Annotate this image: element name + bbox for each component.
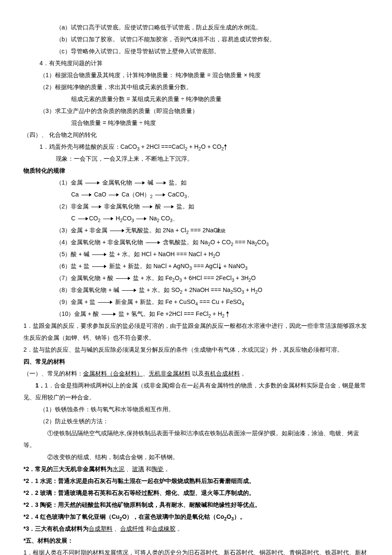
transformation-rule: （7）金属氧化物 + 酸 盐 + 水。如 Fe2O3 + 6HCl === 2F… [23, 272, 369, 284]
arrow-right-icon [98, 300, 112, 304]
text-line: （3）求工业产品中的含杂质的物质的质量（即混合物质量） [23, 105, 369, 117]
text-line: （1）根据混合物质量及其纯度，计算纯净物质量： 纯净物质量 = 混合物质量 × … [23, 69, 369, 81]
equation-line: 1．鸡蛋外壳与稀盐酸的反应：CaCO3 + 2HCl ===CaCl2 + H2… [23, 141, 369, 153]
transformation-rule: （2）非金属 非金属氧化物 酸 盐。如 [23, 200, 369, 212]
text-line: 4．有关纯度问题的计算 [23, 57, 369, 69]
gas-up-arrow-icon [226, 311, 229, 317]
precipitate-down-arrow-icon [218, 263, 222, 269]
text-line: （2）根据纯净物的质量，求出其中组成元素的质量分数。 [23, 81, 369, 93]
arrow-right-icon [122, 288, 136, 292]
text-line: （四）、 化合物之间的转化 [23, 129, 369, 141]
arrow-right-icon [101, 312, 116, 316]
arrow-right-icon [85, 181, 100, 185]
equation-line: Ca CaO Ca（OH）2 CaCO3、 [23, 188, 369, 200]
text-line: （a）试管口高于试管底。应使试管口略低于试管底，防止反应生成的水倒流。 [23, 21, 369, 33]
paragraph: *3．三大有机合成材料为合成塑料 、合成纤维 和合成橡胶 。 [23, 523, 369, 535]
paragraph: 1．根据人类在不同时期的材料发展情况，可将人类的历史分为旧石器时代、新石器时代、… [23, 546, 369, 555]
text-line: 现象：一会下沉，一会又浮上来，不断地上下沉浮。 [23, 153, 369, 165]
transformation-rule: （6）盐 + 盐 新盐 + 新盐。如 NaCl + AgNO3 === AgCl… [23, 260, 369, 272]
text-line: 混合物质量 = 纯净物质量 ÷ 纯度 [23, 117, 369, 129]
text-line: 组成元素的质量分数 = 某组成元素的质量 ÷ 纯净物的质量 [23, 93, 369, 105]
transformation-rule: （10）金属 + 酸 盐 + 氢气。如 Fe +2HCl === FeCl2 +… [23, 308, 369, 320]
arrow-right-icon [78, 217, 88, 221]
transformation-rule: （9）金属 + 盐 新金属 + 新盐。如 Fe + CuSO4 === Cu +… [23, 296, 369, 308]
arrow-right-icon [92, 252, 107, 257]
paragraph: 2．盐与盐的反应、盐与碱的反应除必须满足复分解反应的条件（生成物中有气体，水或沉… [23, 344, 369, 356]
text-line: （2）防止铁生锈的方法： [23, 415, 369, 427]
text-line: （b）试管口加了胶塞。 试管口不能加胶塞，否则气体排不出，容易造成试管炸裂。 [23, 33, 369, 45]
text-line: ②改变铁的组成、结构，制成合金钢，如不锈钢。 [23, 451, 369, 463]
arrow-right-icon [110, 228, 124, 233]
text-line: （c）导管略伸入试管口。应使导管贴试管上壁伸入试管底部。 [23, 45, 369, 57]
text-line: （1）铁锈蚀条件：铁与氧气和水等物质相互作用。 [23, 403, 369, 415]
paragraph: ①使铁制品隔绝空气或隔绝水,保持铁制品表面干燥和洁净或在铁制品表面涂一层保护膜。… [23, 427, 369, 451]
transformation-rule: （8）非金属氧化物 + 碱 盐 + 水。如 SO2 + 2NaOH === Na… [23, 284, 369, 296]
arrow-right-icon [116, 276, 130, 280]
arrow-right-icon [135, 181, 145, 185]
paragraph: *2．常见的三大无机非金属材料为水泥 、玻璃 和陶瓷 。 [23, 463, 369, 475]
paragraph: *2．1 水泥：普通水泥是由石灰石与黏土混在一起在炉中煅烧成熟料后加石膏磨细而成… [23, 475, 369, 487]
section-heading: 物质转化的规律 [23, 165, 369, 176]
arrow-right-icon [155, 193, 165, 197]
arrow-right-icon [109, 193, 119, 197]
arrow-right-icon [91, 205, 101, 209]
paragraph: 1．盐跟金属的反应，要求参加反应的盐必须是可溶的，由于盐跟金属的反应一般都在水溶… [23, 320, 369, 344]
paragraph: *2．3 陶瓷：用天然的硅酸盐和其他矿物原料制成，具有耐水、耐酸碱和绝缘性好等优… [23, 499, 369, 511]
paragraph: （一）、常见的材料：金属材料（合金材料）、无机非金属材料 以及有机合成材料 。 [23, 367, 369, 379]
arrow-right-icon [136, 217, 147, 221]
paragraph: *2．4 红色玻璃中加了氧化亚铜（Cu2O），在蓝色玻璃中加的是氧化钴（Co2O… [23, 511, 369, 523]
arrow-right-icon [146, 240, 160, 245]
arrow-right-icon [92, 264, 107, 269]
transformation-rule: （1）金属 金属氧化物 碱 盐。如 [23, 176, 369, 188]
section-heading: *五、材料的发展： [23, 535, 369, 546]
paragraph: *2．2 玻璃：普通玻璃是将石英和石灰石等经过配料、熔化、成型、退火等工序制成的… [23, 487, 369, 499]
arrow-right-icon [164, 205, 174, 209]
arrow-right-icon [81, 193, 92, 197]
equation-line: C CO2 H2CO3 Na2 CO3、 [23, 212, 369, 224]
transformation-rule: （5）酸 + 碱 盐 + 水。如 HCl + NaOH === NaCl + H… [23, 248, 369, 260]
gas-up-arrow-icon [224, 144, 227, 150]
transformation-rule: （3）金属 + 非金属 无氧酸盐。如 2Na + Cl2 === 2NaCl 燃… [23, 224, 369, 236]
arrow-right-icon [142, 205, 153, 209]
section-heading: 四、常见的材料 [23, 356, 369, 367]
arrow-right-icon [103, 217, 113, 221]
paragraph: 1．1．合金是指两种或两种以上的金属（或非金属)熔合在一起具有金属特性的物质，大… [23, 379, 369, 403]
arrow-right-icon [156, 181, 166, 185]
transformation-rule: （4）金属氧化物 + 非金属氧化物 含氧酸盐。如 Na2O + CO2 === … [23, 236, 369, 248]
